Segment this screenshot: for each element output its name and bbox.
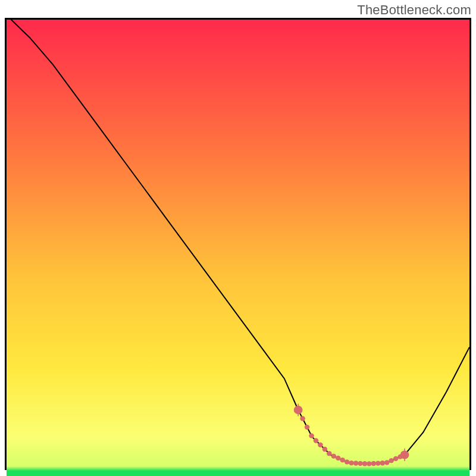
flat-region-dot [367, 461, 372, 466]
flat-region-dot [384, 460, 390, 465]
flat-region-dot [318, 443, 323, 447]
plot-area [5, 18, 471, 470]
flat-region-dot [349, 461, 354, 465]
flat-region-dot [322, 447, 328, 452]
flat-region-dot [393, 456, 399, 461]
curve-layer [7, 20, 469, 468]
flat-region-dot [331, 453, 337, 458]
flat-region-dot [300, 416, 305, 421]
flat-region-dot [340, 458, 345, 462]
watermark-text: TheBottleneck.com [357, 2, 471, 18]
flat-region-markers [294, 403, 409, 466]
flat-region-dot [314, 438, 319, 443]
flat-region-dot [336, 456, 341, 461]
flat-region-dot [327, 451, 332, 456]
flat-region-dot [375, 461, 381, 465]
flat-region-dot [389, 458, 394, 463]
chart-container: TheBottleneck.com [0, 0, 476, 476]
flat-region-dot [362, 461, 368, 466]
flat-region-dot [309, 433, 314, 438]
flat-region-dot [305, 425, 310, 430]
bottleneck-curve [11, 20, 469, 464]
flat-region-dot [345, 459, 350, 464]
flat-region-dot [358, 461, 363, 466]
flat-region-dot [353, 461, 359, 465]
flat-region-dot [371, 461, 377, 466]
flat-region-dot [380, 461, 386, 465]
